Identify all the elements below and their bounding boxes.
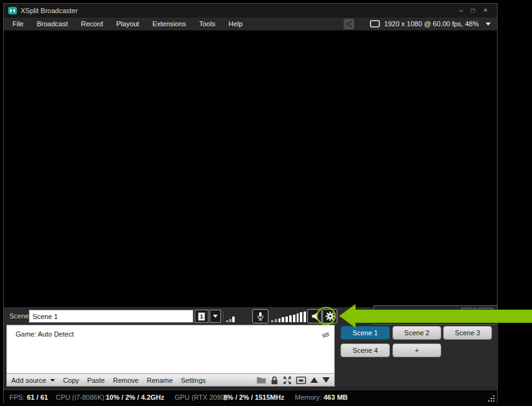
menu-item-tools[interactable]: Tools	[199, 20, 215, 28]
visibility-off-icon	[322, 331, 330, 339]
folder-icon	[257, 377, 266, 384]
maximize-button[interactable]: □	[468, 4, 478, 18]
add-source-label: Add source	[11, 377, 46, 384]
scene-button-2[interactable]: Scene 2	[392, 326, 441, 340]
menu-item-playout[interactable]: Playout	[116, 20, 140, 28]
source-toolbar: Add source Copy Paste Remove Rename Sett…	[7, 373, 334, 386]
menu-right-group: 1920 x 1080 @ 60.00 fps, 48%	[344, 19, 497, 29]
pip-button[interactable]	[296, 377, 306, 384]
window-title: XSplit Broadcaster	[21, 4, 78, 18]
cpu-value: 10% / 2% / 4.2GHz	[106, 390, 165, 404]
scene-number-button[interactable]: 1	[195, 310, 208, 323]
scene-button-3[interactable]: Scene 3	[443, 326, 492, 340]
meter-bar	[275, 319, 277, 322]
source-row[interactable]: Game: Auto Detect	[7, 328, 334, 340]
memory-label: Memory:	[295, 390, 322, 404]
source-toolbar-icons	[257, 376, 334, 385]
share-button[interactable]	[344, 19, 354, 29]
gpu-label: GPU (RTX 2080):	[175, 390, 229, 404]
memory-value: 463 MB	[324, 390, 348, 404]
move-down-button[interactable]	[322, 377, 330, 383]
lock-icon	[270, 376, 279, 385]
settings-button[interactable]: Settings	[181, 377, 206, 384]
title-bar[interactable]: XSplit Broadcaster – □ ×	[4, 4, 497, 18]
remove-button[interactable]: Remove	[113, 377, 138, 384]
fps-label: FPS:	[9, 390, 24, 404]
meter-bar	[226, 320, 228, 322]
cpu-label: CPU (i7-8086K):	[56, 390, 106, 404]
resolution-dropdown-icon[interactable]	[486, 23, 491, 26]
microphone-volume-meter[interactable]	[271, 311, 306, 322]
screenshot-canvas: XSplit Broadcaster – □ × File Broadcast …	[0, 0, 532, 406]
close-button[interactable]: ×	[481, 4, 490, 18]
meter-bar	[300, 312, 302, 322]
scene-number-badge: 1	[198, 312, 205, 321]
scenebar-separator	[223, 311, 223, 321]
menu-item-record[interactable]: Record	[81, 20, 103, 28]
meter-bar	[279, 318, 281, 322]
scene-button-4[interactable]: Scene 4	[340, 343, 390, 357]
scene-name-input[interactable]	[29, 310, 193, 323]
lock-button[interactable]	[270, 376, 279, 385]
scene-button-1[interactable]: Scene 1	[340, 326, 390, 340]
meter-bar	[289, 315, 292, 322]
menu-item-help[interactable]: Help	[228, 20, 243, 28]
meter-bar	[271, 320, 274, 322]
chevron-down-icon	[50, 379, 55, 382]
scene-label: Scene	[9, 307, 29, 325]
rename-button[interactable]: Rename	[146, 377, 173, 384]
scene-buttons-panel: Scene 1 Scene 2 Scene 3 Scene 4 +	[335, 325, 498, 387]
source-panel: Game: Auto Detect Add source Copy Paste	[6, 325, 335, 387]
obscured-button[interactable]	[478, 308, 493, 323]
share-icon	[345, 21, 352, 28]
scene-dropdown-button[interactable]	[210, 310, 221, 323]
picture-in-picture-icon	[296, 377, 306, 384]
menu-bar: File Broadcast Record Playout Extensions…	[4, 18, 497, 31]
meter-bar	[297, 313, 299, 322]
xsplit-window: XSplit Broadcaster – □ × File Broadcast …	[3, 3, 498, 403]
meter-bar	[282, 317, 284, 322]
meter-bar	[293, 315, 295, 322]
add-scene-button[interactable]: +	[392, 343, 441, 357]
folder-button[interactable]	[257, 377, 266, 384]
microphone-button[interactable]	[252, 309, 269, 323]
copy-button[interactable]: Copy	[63, 377, 79, 384]
xsplit-logo-icon	[8, 6, 17, 15]
resolution-monitor-icon	[370, 20, 380, 28]
menu-item-file[interactable]: File	[13, 20, 24, 28]
microphone-icon	[257, 312, 264, 321]
menu-item-extensions[interactable]: Extensions	[152, 20, 186, 28]
speaker-icon	[310, 312, 319, 320]
minimize-button[interactable]: –	[456, 4, 466, 18]
scene-settings-gear-button[interactable]	[322, 309, 337, 323]
chevron-down-icon	[213, 315, 218, 318]
menu-item-broadcast[interactable]: Broadcast	[37, 20, 68, 28]
gear-icon	[325, 312, 335, 321]
obscured-button[interactable]	[461, 308, 476, 323]
meter-bar	[285, 317, 288, 322]
source-visibility-toggle[interactable]	[322, 330, 330, 343]
meter-bar	[232, 317, 235, 322]
speaker-button[interactable]	[307, 309, 322, 323]
gpu-value: 8% / 2% / 1515MHz	[223, 390, 284, 404]
fullscreen-button[interactable]	[283, 376, 292, 385]
expand-arrows-icon	[283, 376, 292, 385]
audio-level-mini-meter	[226, 307, 235, 322]
paste-button[interactable]: Paste	[87, 377, 105, 384]
add-source-button[interactable]: Add source	[11, 377, 55, 384]
resize-grip[interactable]	[487, 394, 496, 403]
move-up-button[interactable]	[310, 377, 318, 383]
resolution-display[interactable]: 1920 x 1080 @ 60.00 fps, 48%	[384, 20, 479, 28]
status-bar: FPS: 61 / 61 CPU (i7-8086K): 10% / 2% / …	[4, 390, 497, 404]
meter-bar	[304, 312, 306, 322]
source-list[interactable]: Game: Auto Detect	[7, 325, 334, 374]
meter-bar	[229, 319, 232, 322]
source-name: Game: Auto Detect	[16, 330, 74, 338]
menu-items: File Broadcast Record Playout Extensions…	[4, 20, 243, 28]
fps-value: 61 / 61	[27, 390, 48, 404]
preview-stage[interactable]	[4, 31, 497, 307]
